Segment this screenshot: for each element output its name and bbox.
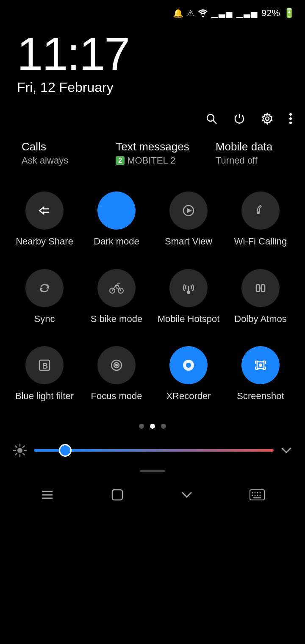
- tile-mobile-hotspot[interactable]: Mobile Hotspot: [152, 261, 225, 338]
- mobile-hotspot-label: Mobile Hotspot: [158, 313, 220, 325]
- tile-s-bike-mode[interactable]: S bike mode: [80, 261, 152, 338]
- signal2-icon: ▁▃▅: [236, 8, 258, 18]
- s-bike-mode-label: S bike mode: [91, 313, 142, 325]
- battery-icon: 🔋: [283, 8, 295, 19]
- tile-sync[interactable]: Sync: [8, 261, 80, 338]
- screenshot-label: Screenshot: [237, 390, 284, 402]
- battery-percent: 92%: [261, 8, 280, 19]
- page-dot-2[interactable]: [150, 424, 155, 429]
- tiles-grid: Nearby Share Dark mode Smart View Wi-Fi …: [0, 179, 305, 419]
- page-dot-3[interactable]: [161, 424, 166, 429]
- svg-text:B: B: [42, 362, 48, 370]
- mobile-data-sub: Turned off: [216, 155, 258, 166]
- smart-view-label: Smart View: [165, 236, 212, 248]
- sim-info-row: Calls Ask always Text messages 2 MOBITEL…: [0, 133, 305, 179]
- clock-section: 11:17 Fri, 12 February: [0, 22, 305, 108]
- bottom-nav: [0, 479, 305, 515]
- text-messages-label: Text messages: [116, 140, 189, 153]
- svg-marker-8: [187, 208, 192, 213]
- svg-line-2: [213, 120, 216, 124]
- svg-line-28: [23, 453, 25, 455]
- brightness-slider[interactable]: [34, 449, 274, 452]
- tile-blue-light-filter[interactable]: B Blue light filter: [8, 338, 80, 415]
- tile-smart-view[interactable]: Smart View: [152, 183, 225, 261]
- recents-button[interactable]: [40, 487, 55, 502]
- calls-sub: Ask always: [22, 155, 68, 166]
- svg-line-27: [16, 446, 17, 447]
- svg-point-19: [116, 364, 117, 366]
- tile-nearby-share[interactable]: Nearby Share: [8, 183, 80, 261]
- tile-dark-mode[interactable]: Dark mode: [80, 183, 152, 261]
- brightness-row: [0, 439, 305, 466]
- dark-mode-label: Dark mode: [94, 236, 139, 248]
- tile-dolby-atmos[interactable]: Dolby Atmos: [225, 261, 297, 338]
- more-icon[interactable]: [289, 112, 292, 125]
- focus-mode-icon: [97, 346, 136, 384]
- s-bike-mode-icon: [97, 269, 136, 307]
- svg-point-21: [186, 363, 191, 368]
- svg-point-5: [289, 117, 292, 120]
- signal1-icon: ▁▃▅: [211, 8, 233, 18]
- dolby-atmos-label: Dolby Atmos: [234, 313, 287, 325]
- page-dot-1[interactable]: [139, 424, 144, 429]
- mobile-data-label: Mobile data: [216, 140, 272, 153]
- svg-line-30: [16, 453, 17, 455]
- back-button[interactable]: [179, 487, 194, 502]
- status-bar: 🔔 ⚠ ▁▃▅ ▁▃▅ 92% 🔋: [0, 0, 305, 22]
- blue-light-filter-icon: B: [25, 346, 64, 384]
- screenshot-icon: [241, 346, 280, 384]
- brightness-expand-icon[interactable]: [280, 446, 292, 455]
- warning-icon: ⚠: [187, 8, 194, 18]
- sync-icon: [25, 269, 64, 307]
- sim-text-messages[interactable]: Text messages 2 MOBITEL 2: [116, 140, 189, 166]
- wifi-calling-icon: [241, 192, 280, 230]
- wifi-icon: [198, 9, 208, 17]
- sim-calls[interactable]: Calls Ask always: [22, 140, 89, 166]
- focus-mode-label: Focus mode: [91, 390, 142, 402]
- svg-point-22: [17, 448, 22, 453]
- svg-line-29: [23, 446, 25, 447]
- mobile-hotspot-icon: [169, 269, 208, 307]
- svg-point-4: [289, 113, 292, 116]
- blue-light-filter-label: Blue light filter: [15, 390, 74, 402]
- tile-xrecorder[interactable]: XRecorder: [152, 338, 225, 415]
- svg-rect-34: [112, 490, 122, 500]
- xrecorder-icon: [169, 346, 208, 384]
- power-icon[interactable]: [233, 112, 246, 125]
- svg-point-0: [202, 16, 204, 17]
- toolbar: [0, 108, 305, 133]
- tile-wifi-calling[interactable]: Wi-Fi Calling: [225, 183, 297, 261]
- settings-icon[interactable]: [261, 112, 274, 125]
- svg-rect-13: [261, 285, 265, 291]
- sim2-badge: 2: [116, 156, 125, 165]
- page-dots: [0, 419, 305, 439]
- svg-point-11: [187, 291, 190, 294]
- keyboard-button[interactable]: [249, 489, 265, 501]
- dolby-atmos-icon: [241, 269, 280, 307]
- tile-focus-mode[interactable]: Focus mode: [80, 338, 152, 415]
- clock-time: 11:17: [17, 31, 288, 77]
- brightness-icon: [13, 443, 27, 458]
- slider-thumb[interactable]: [59, 444, 72, 457]
- sync-label: Sync: [34, 313, 55, 325]
- nearby-share-label: Nearby Share: [16, 236, 73, 248]
- nearby-share-icon: [25, 192, 64, 230]
- svg-point-1: [207, 114, 214, 121]
- svg-point-6: [289, 122, 292, 124]
- calls-label: Calls: [22, 140, 46, 153]
- xrecorder-label: XRecorder: [166, 390, 211, 402]
- tile-screenshot[interactable]: Screenshot: [225, 338, 297, 415]
- search-icon[interactable]: [205, 112, 218, 125]
- text-messages-sub: 2 MOBITEL 2: [116, 155, 175, 166]
- status-icons: 🔔 ⚠ ▁▃▅ ▁▃▅ 92% 🔋: [173, 8, 295, 19]
- dark-mode-icon: [97, 192, 136, 230]
- svg-rect-12: [256, 285, 260, 291]
- notification-icon: 🔔: [173, 8, 183, 18]
- home-button[interactable]: [110, 487, 125, 502]
- clock-date: Fri, 12 February: [17, 80, 288, 95]
- wifi-calling-label: Wi-Fi Calling: [234, 236, 287, 248]
- divider-line: [140, 470, 165, 472]
- sim-mobile-data[interactable]: Mobile data Turned off: [216, 140, 283, 166]
- smart-view-icon: [169, 192, 208, 230]
- svg-point-3: [266, 117, 269, 120]
